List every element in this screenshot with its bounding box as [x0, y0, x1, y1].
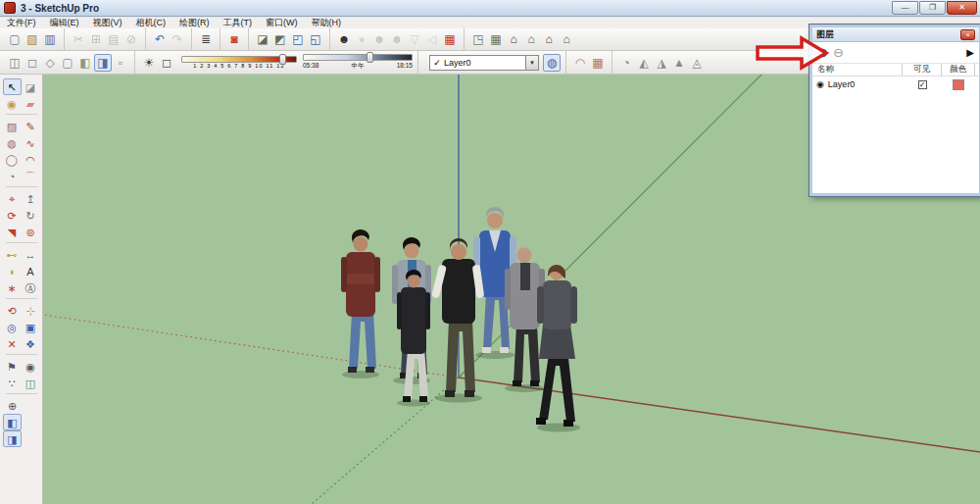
- layer-manager-button[interactable]: ◍: [543, 54, 561, 72]
- new-button[interactable]: ▢: [6, 30, 24, 48]
- smoove-button[interactable]: ◔: [617, 54, 635, 72]
- copy-component-1-button[interactable]: ◰: [289, 30, 307, 48]
- add-detail-button[interactable]: ▲: [670, 54, 688, 72]
- open-button[interactable]: ▧: [24, 30, 41, 48]
- select-tool[interactable]: ↖: [3, 78, 22, 95]
- layers-panel-titlebar[interactable]: 图层 ×: [812, 27, 979, 42]
- restore-button[interactable]: ❐: [919, 1, 946, 15]
- model-info-button[interactable]: ◙: [225, 30, 243, 48]
- tape-measure-tool[interactable]: ⊷: [3, 246, 22, 263]
- move-tool[interactable]: ⌖: [3, 190, 22, 207]
- shadow-settings-button[interactable]: ☀: [140, 54, 158, 72]
- person-black-coat[interactable]: [397, 270, 430, 407]
- copy-component-2-button[interactable]: ◱: [307, 30, 324, 48]
- xray-mode-button[interactable]: ◫: [6, 54, 24, 72]
- front-view-button[interactable]: ⌂: [505, 30, 522, 48]
- right-view-button[interactable]: ⌂: [522, 30, 540, 48]
- view-cube-2-button[interactable]: ◨: [3, 430, 22, 447]
- back-edges-button[interactable]: ◻: [24, 54, 41, 72]
- shadow-date-handle[interactable]: [279, 54, 286, 65]
- 3d-text-tool[interactable]: Ⓐ: [22, 279, 40, 296]
- walk-figures-1-button[interactable]: ☻: [370, 30, 388, 48]
- funnel-1-button[interactable]: ▽: [406, 30, 423, 48]
- shadow-time-handle[interactable]: [367, 52, 373, 63]
- from-contours-button[interactable]: ◠: [571, 54, 589, 72]
- freehand-tool[interactable]: ∿: [22, 134, 40, 151]
- axes-tool[interactable]: ∗: [3, 279, 22, 296]
- drape-button[interactable]: ◮: [653, 54, 670, 72]
- layer-combo-dropdown-icon[interactable]: ▼: [525, 56, 538, 70]
- two-point-arc-tool[interactable]: ⌒: [22, 168, 40, 184]
- eraser-tool[interactable]: ▰: [22, 95, 40, 112]
- top-view-button[interactable]: ▦: [487, 30, 505, 48]
- copy-button[interactable]: ⊞: [87, 30, 105, 48]
- close-button[interactable]: ✕: [947, 1, 977, 15]
- zoom-previous-button[interactable]: ✕: [3, 335, 22, 352]
- checker-button[interactable]: ▦: [441, 30, 459, 48]
- shadow-toggle-button[interactable]: ◻: [158, 54, 175, 72]
- person-maroon-jacket[interactable]: [341, 229, 380, 378]
- back-view-button[interactable]: ⌂: [540, 30, 558, 48]
- orbit-tool[interactable]: ⟲: [3, 302, 22, 319]
- layer-row[interactable]: ◉ Layer0 ✓: [812, 76, 979, 92]
- wireframe-button[interactable]: ◇: [41, 54, 59, 72]
- push-pull-tool[interactable]: ↥: [22, 190, 40, 207]
- hidden-line-button[interactable]: ▢: [59, 54, 76, 72]
- left-view-button[interactable]: ⌂: [558, 30, 575, 48]
- person-woman-suit[interactable]: [536, 265, 580, 432]
- offset-tool[interactable]: ⊚: [22, 224, 40, 240]
- column-color[interactable]: 颜色: [942, 64, 975, 76]
- rectangle-tool[interactable]: ▨: [3, 118, 22, 134]
- sphere-button[interactable]: ●: [353, 30, 370, 48]
- polygon-tool[interactable]: ◯: [3, 151, 22, 168]
- text-tool[interactable]: A: [22, 263, 40, 279]
- column-name[interactable]: 名称: [812, 64, 903, 76]
- iso-view-button[interactable]: ◳: [469, 30, 487, 48]
- line-tool[interactable]: ✎: [22, 118, 40, 134]
- erase-button[interactable]: ⊘: [122, 30, 140, 48]
- from-scratch-button[interactable]: ▦: [589, 54, 607, 72]
- redo-button[interactable]: ↷: [169, 30, 186, 48]
- place-figure-button[interactable]: ☻: [335, 30, 353, 48]
- shadow-date-slider[interactable]: [181, 56, 297, 63]
- funnel-2-button[interactable]: ◁: [423, 30, 441, 48]
- protractor-tool[interactable]: ◖: [3, 263, 22, 279]
- cut-button[interactable]: ✂: [70, 30, 87, 48]
- make-component-tool[interactable]: ◪: [22, 78, 40, 95]
- stamp-button[interactable]: ◭: [635, 54, 653, 72]
- view-cube-1-button[interactable]: ◧: [3, 414, 22, 430]
- section-plane-tool[interactable]: ◫: [22, 375, 40, 391]
- circle-tool[interactable]: ◍: [3, 134, 22, 151]
- follow-me-tool[interactable]: ↻: [22, 207, 40, 224]
- current-layer-radio[interactable]: ◉: [816, 79, 824, 89]
- remove-layer-button[interactable]: ⊖: [833, 46, 844, 60]
- pie-tool[interactable]: ◔: [3, 168, 22, 184]
- minimize-button[interactable]: —: [892, 1, 918, 15]
- component-cube-button[interactable]: ◩: [271, 30, 289, 48]
- shaded-textures-button[interactable]: ◨: [94, 54, 112, 72]
- layer-visible-checkbox[interactable]: ✓: [918, 80, 927, 89]
- layer-details-button[interactable]: ▶: [966, 47, 974, 58]
- paste-button[interactable]: ▤: [105, 30, 122, 48]
- layer-name[interactable]: Layer0: [828, 79, 856, 89]
- undo-button[interactable]: ↶: [151, 30, 169, 48]
- zoom-extents-button[interactable]: ❖: [22, 335, 40, 352]
- scale-tool[interactable]: ◥: [3, 224, 22, 240]
- print-button[interactable]: ≣: [197, 30, 215, 48]
- pan-tool[interactable]: ⊹: [22, 302, 40, 319]
- layer-color-swatch[interactable]: [953, 79, 964, 90]
- layer-combo[interactable]: ✓ Layer0 ▼: [429, 55, 539, 71]
- monochrome-button[interactable]: ▫: [112, 54, 129, 72]
- look-around-tool[interactable]: ◉: [22, 358, 40, 375]
- flip-edge-button[interactable]: ◬: [688, 54, 706, 72]
- walk-figures-2-button[interactable]: ☻: [388, 30, 406, 48]
- dimension-tool[interactable]: ↔: [22, 246, 40, 263]
- save-button[interactable]: ▥: [41, 30, 59, 48]
- add-layer-button[interactable]: ⊕: [817, 46, 828, 60]
- compass-tool[interactable]: ⊕: [3, 397, 22, 414]
- shaded-button[interactable]: ◧: [76, 54, 94, 72]
- zoom-window-tool[interactable]: ▣: [22, 319, 40, 335]
- arc-tool[interactable]: ◠: [22, 151, 40, 168]
- make-component-button[interactable]: ◪: [254, 30, 271, 48]
- paint-bucket-tool[interactable]: ◉: [3, 95, 22, 112]
